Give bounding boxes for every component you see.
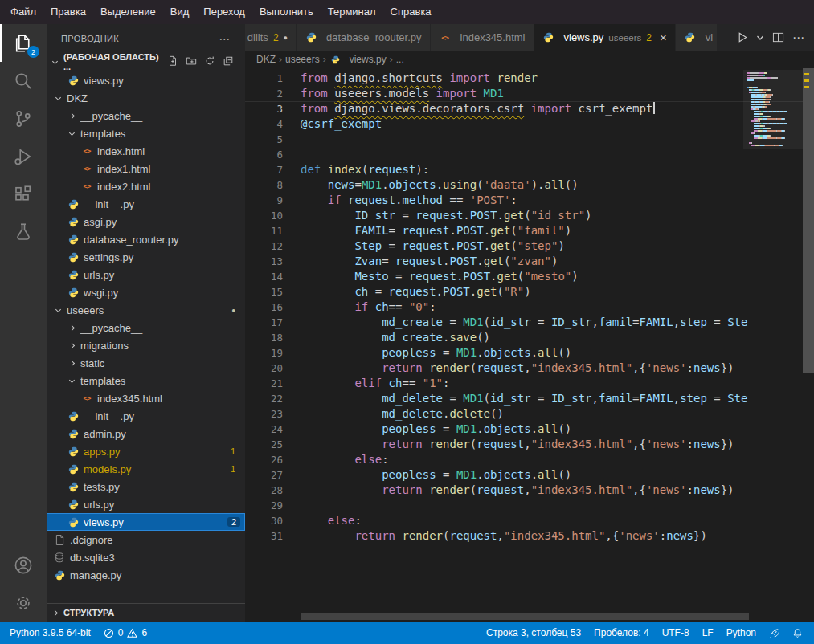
- tree-file-models-py[interactable]: models.py1: [47, 460, 245, 478]
- extensions-icon[interactable]: [0, 175, 47, 213]
- problems-status[interactable]: 0 6: [97, 622, 153, 644]
- breadcrumb-item-dkz[interactable]: DKZ: [256, 54, 276, 65]
- tree-file-index1-html[interactable]: <>index1.html: [47, 160, 245, 177]
- tree-file-index2-html[interactable]: <>index2.html: [47, 177, 245, 195]
- split-editor-button[interactable]: [772, 31, 784, 43]
- source-control-icon[interactable]: [0, 100, 47, 137]
- tree-file-tests-py[interactable]: tests.py: [47, 478, 245, 495]
- tree-folder-templates[interactable]: templates: [47, 124, 245, 142]
- rocket-icon[interactable]: [763, 622, 786, 644]
- minimap[interactable]: [743, 70, 803, 149]
- vertical-scrollbar-thumb[interactable]: [803, 68, 814, 373]
- item-label: asgi.py: [84, 216, 117, 228]
- tab-vi[interactable]: vi: [676, 24, 718, 51]
- explorer-icon[interactable]: 2: [0, 24, 47, 62]
- notifications-bell-icon[interactable]: [786, 622, 809, 644]
- code-editor[interactable]: 1from django.shortcuts import render2fro…: [245, 68, 814, 622]
- vscode-window: ФайлПравкаВыделениеВидПереходВыполнитьТе…: [0, 0, 814, 644]
- account-icon[interactable]: [0, 546, 47, 584]
- tree-file-init-py[interactable]: __init__.py: [47, 195, 245, 213]
- menu-item-вид[interactable]: Вид: [163, 0, 197, 24]
- tree-folder-useeers[interactable]: useeers●: [47, 301, 245, 319]
- line-number: 25: [245, 437, 283, 452]
- py-file-icon: [67, 199, 80, 210]
- item-label: urls.py: [84, 269, 114, 281]
- tree-file-dcignore[interactable]: .dcignore: [47, 531, 245, 548]
- collapse-all-icon[interactable]: [223, 55, 234, 68]
- search-icon[interactable]: [0, 62, 47, 100]
- tab-views-py[interactable]: views.pyuseeers2×: [534, 24, 676, 51]
- py-file-icon: [542, 32, 555, 43]
- line-text: [283, 132, 301, 147]
- new-folder-icon[interactable]: [186, 55, 197, 68]
- tab-index345-html[interactable]: <>index345.html: [431, 24, 534, 51]
- chevron-down-icon: [69, 377, 75, 382]
- breadcrumb-item-useeers[interactable]: useeers: [285, 54, 320, 65]
- eol-status[interactable]: LF: [696, 622, 720, 644]
- workspace-section-header[interactable]: (РАБОЧАЯ ОБЛАСТЬ) ...: [47, 52, 245, 71]
- cursor-position-status[interactable]: Строка 3, столбец 53: [480, 622, 587, 644]
- tree-folder-dkz[interactable]: DKZ: [47, 89, 245, 107]
- tree-file-index345-html[interactable]: <>index345.html: [47, 389, 245, 407]
- line-number: 2: [245, 86, 283, 101]
- tree-file-settings-py[interactable]: settings.py: [47, 248, 245, 266]
- tree-file-urls-py[interactable]: urls.py: [47, 266, 245, 283]
- indentation-status[interactable]: Пробелов: 4: [587, 622, 656, 644]
- tree-file-db-sqlite3[interactable]: db.sqlite3: [47, 548, 245, 566]
- chevron-right-icon: [69, 360, 75, 365]
- tree-file-views-py[interactable]: views.py: [47, 71, 245, 89]
- menu-item-выделение[interactable]: Выделение: [93, 0, 163, 24]
- tree-file-views-py[interactable]: views.py2: [47, 513, 245, 531]
- vertical-scrollbar[interactable]: [803, 68, 814, 622]
- more-actions-icon[interactable]: ⋯: [792, 31, 804, 45]
- horizontal-scrollbar-thumb[interactable]: [301, 613, 749, 620]
- python-interpreter-status[interactable]: Python 3.9.5 64-bit: [3, 622, 97, 644]
- tree-file-apps-py[interactable]: apps.py1: [47, 442, 245, 460]
- menu-item-справка[interactable]: Справка: [383, 0, 439, 24]
- language-mode-status[interactable]: Python: [720, 622, 763, 644]
- code-line-16: 16 if ch== "0":: [245, 300, 803, 315]
- tree-file-database-roouter-py[interactable]: database_roouter.py: [47, 230, 245, 248]
- item-label: settings.py: [84, 251, 133, 263]
- views-more-actions-icon[interactable]: ⋯: [219, 32, 231, 45]
- tree-folder-static[interactable]: static: [47, 354, 245, 372]
- tab-diiits[interactable]: diiits2●: [245, 24, 297, 51]
- menu-item-переход[interactable]: Переход: [196, 0, 252, 24]
- breadcrumb-item-views-py[interactable]: views.py: [329, 54, 387, 65]
- tab-bar: diiits2●database_roouter.py<>index345.ht…: [245, 24, 814, 51]
- tree-file-manage-py[interactable]: manage.py: [47, 566, 245, 584]
- close-icon[interactable]: ×: [660, 31, 667, 43]
- menu-item-правка[interactable]: Правка: [43, 0, 93, 24]
- testing-icon[interactable]: [0, 213, 47, 251]
- tree-file-wsgi-py[interactable]: wsgi.py: [47, 283, 245, 301]
- code-line-8: 8 news=MD1.objects.using('daata').all(): [245, 177, 803, 193]
- encoding-status[interactable]: UTF-8: [656, 622, 696, 644]
- tree-file-index-html[interactable]: <>index.html: [47, 142, 245, 160]
- tab-database-roouter-py[interactable]: database_roouter.py: [297, 24, 431, 51]
- tree-file-admin-py[interactable]: admin.py: [47, 425, 245, 442]
- file-file-icon: [53, 535, 66, 545]
- line-text: from useeers.models import MD1: [283, 86, 504, 101]
- new-file-icon[interactable]: [167, 55, 178, 68]
- breadcrumb-item-[interactable]: ...: [396, 54, 404, 65]
- tree-folder-pycache[interactable]: __pycache__: [47, 107, 245, 124]
- run-python-file-button[interactable]: [736, 31, 748, 43]
- tree-folder-templates[interactable]: templates: [47, 372, 245, 389]
- tree-file-init-py[interactable]: __init__.py: [47, 407, 245, 425]
- menu-item-выполнить[interactable]: Выполнить: [252, 0, 321, 24]
- settings-gear-icon[interactable]: [0, 584, 47, 622]
- menu-item-файл[interactable]: Файл: [3, 0, 43, 24]
- run-debug-icon[interactable]: [0, 137, 47, 175]
- outline-section-header[interactable]: СТРУКТУРА: [47, 603, 245, 622]
- py-file-icon: [67, 482, 80, 492]
- item-label: apps.py: [84, 446, 121, 458]
- run-dropdown-chevron-icon[interactable]: [756, 34, 764, 42]
- code-line-21: 21 elif ch== "1":: [245, 376, 803, 391]
- tree-file-urls-py[interactable]: urls.py: [47, 495, 245, 513]
- horizontal-scrollbar[interactable]: [301, 613, 801, 620]
- menu-item-терминал[interactable]: Терминал: [321, 0, 383, 24]
- tree-folder-migrations[interactable]: migrations: [47, 336, 245, 354]
- tree-folder-pycache[interactable]: __pycache__: [47, 319, 245, 336]
- refresh-icon[interactable]: [204, 55, 215, 68]
- tree-file-asgi-py[interactable]: asgi.py: [47, 213, 245, 230]
